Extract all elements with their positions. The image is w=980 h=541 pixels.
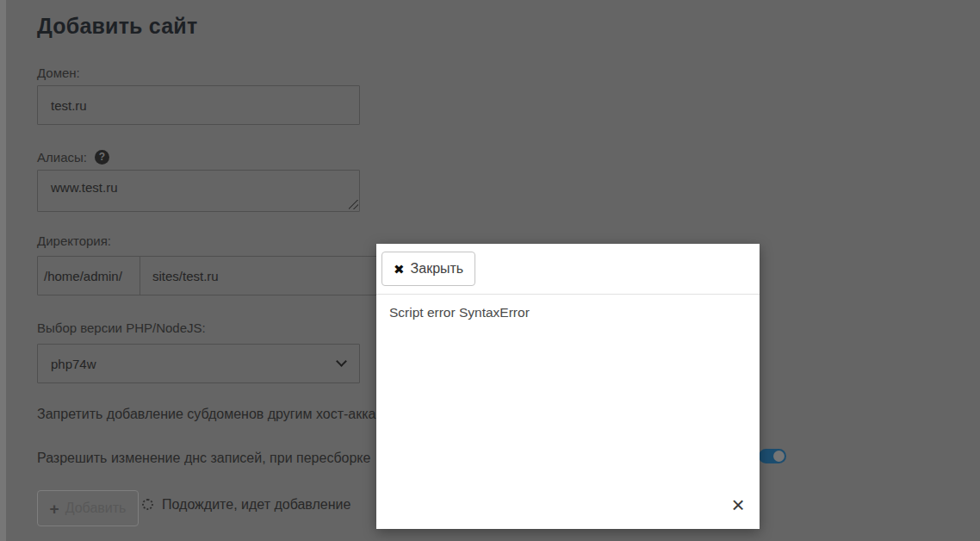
page-title: Добавить сайт [37, 14, 197, 39]
modal-close-button-label: Закрыть [411, 261, 464, 277]
toggle-knob [773, 451, 785, 462]
php-version-select-wrap: php74w [37, 344, 360, 383]
aliases-label: Алиасы: [37, 150, 87, 165]
domain-input[interactable] [37, 85, 360, 125]
question-circle-icon[interactable]: ? [95, 150, 109, 165]
spinner-icon [142, 499, 153, 510]
progress-text: Подождите, идет добавление [162, 497, 350, 513]
php-version-select[interactable]: php74w [37, 344, 360, 383]
page-edge-strip [0, 0, 6, 541]
php-version-label: Выбор версии PHP/NodeJS: [37, 320, 206, 335]
allow-dns-toggle[interactable] [759, 449, 786, 463]
x-bold-icon: ✖ [394, 263, 405, 276]
directory-prefix: /home/admin/ [38, 257, 140, 295]
error-modal: ✖ Закрыть × Script error SyntaxError [376, 244, 760, 529]
add-site-page: Добавить сайт Домен: Алиасы: ? www.test.… [0, 0, 980, 541]
plus-icon: + [50, 501, 59, 517]
modal-close-button[interactable]: ✖ Закрыть [381, 252, 475, 286]
deny-subdomains-text: Запретить добавление субдоменов другим х… [37, 407, 376, 422]
domain-label: Домен: [37, 65, 80, 80]
directory-label: Директория: [37, 233, 111, 248]
close-icon[interactable]: × [726, 493, 750, 517]
modal-header: ✖ Закрыть [376, 244, 760, 295]
aliases-textarea-wrap: www.test.ru [37, 170, 360, 212]
add-site-button-label: Добавить [65, 501, 127, 516]
modal-body-text: Script error SyntaxError [376, 295, 760, 331]
allow-dns-text: Разрешить изменение днс записей, при пер… [37, 451, 370, 466]
add-site-button[interactable]: + Добавить [37, 490, 139, 526]
aliases-textarea[interactable]: www.test.ru [37, 170, 360, 212]
